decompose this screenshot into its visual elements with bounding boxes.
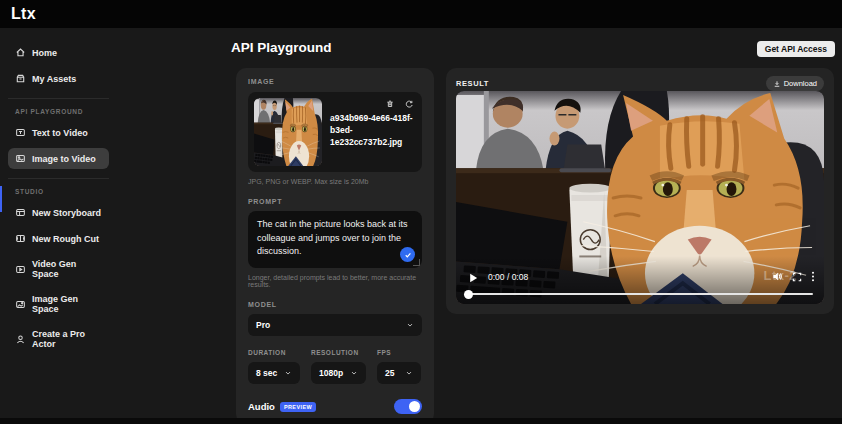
- volume-icon[interactable]: [772, 271, 783, 282]
- sidebar-item-new-rough-cut[interactable]: New Rough Cut: [8, 228, 109, 249]
- result-label: RESULT: [456, 79, 489, 88]
- more-options-icon[interactable]: [811, 271, 815, 282]
- sidebar-item-label: Image Gen Space: [32, 294, 102, 314]
- sidebar-item-text-to-video[interactable]: Text to Video: [8, 122, 109, 143]
- left-edge-accent: [0, 186, 2, 212]
- fps-select[interactable]: 25: [377, 362, 421, 384]
- image-filename: a934b969-4e66-418f-b3ed-1e232cc737b2.jpg: [330, 113, 416, 166]
- image-upload-card[interactable]: a934b969-4e66-418f-b3ed-1e232cc737b2.jpg: [248, 92, 422, 172]
- download-icon: [773, 80, 781, 88]
- audio-toggle[interactable]: [394, 399, 422, 414]
- chevron-down-icon: [405, 369, 413, 377]
- video-progress-track[interactable]: [467, 293, 813, 296]
- fps-field: FPS 25: [377, 349, 421, 384]
- replace-image-icon[interactable]: [404, 99, 414, 109]
- chevron-down-icon: [284, 369, 292, 377]
- result-panel: RESULT Download 0:00 / 0:08 Ltx-2: [446, 68, 834, 314]
- sidebar-item-image-to-video[interactable]: Image to Video: [8, 148, 109, 169]
- chevron-down-icon: [406, 321, 414, 329]
- video-player[interactable]: 0:00 / 0:08 Ltx-2: [456, 91, 824, 304]
- sidebar-section-studio: STUDIO: [15, 188, 200, 195]
- download-button[interactable]: Download: [766, 76, 824, 91]
- image-gen-icon: [15, 299, 26, 310]
- fps-label: FPS: [377, 349, 421, 356]
- sidebar-item-label: Text to Video: [32, 128, 88, 138]
- image-section-label: IMAGE: [248, 78, 422, 85]
- sidebar-item-label: New Storyboard: [32, 208, 101, 218]
- model-select[interactable]: Pro: [248, 314, 422, 336]
- sidebar-item-video-gen-space[interactable]: Video Gen Space: [8, 254, 109, 284]
- check-icon: [404, 251, 412, 259]
- home-icon: [15, 47, 26, 58]
- window-bottom-edge: [0, 418, 842, 424]
- prompt-hint: Longer, detailed prompts lead to better,…: [248, 274, 422, 288]
- sidebar-item-image-gen-space[interactable]: Image Gen Space: [8, 289, 109, 319]
- generation-form-panel: IMAGE a934b969-4e66-418f-b3ed-1e232cc737…: [236, 68, 434, 424]
- sidebar-section-api-playground: API PLAYGROUND: [15, 108, 200, 115]
- app-window: Ltx Home My Assets API PLAYGROUND Text t…: [0, 0, 842, 424]
- rough-cut-icon: [15, 233, 26, 244]
- audio-label: Audio: [248, 401, 275, 412]
- sidebar-item-label: New Rough Cut: [32, 234, 99, 244]
- chevron-down-icon: [350, 369, 358, 377]
- storyboard-icon: [15, 207, 26, 218]
- sidebar-divider: [8, 98, 109, 99]
- sidebar-item-label: Home: [32, 48, 57, 58]
- sidebar-item-my-assets[interactable]: My Assets: [8, 68, 109, 89]
- video-playhead[interactable]: [464, 290, 473, 299]
- delete-image-icon[interactable]: [385, 99, 395, 109]
- resolution-select[interactable]: 1080p: [311, 362, 366, 384]
- sidebar-item-label: Create a Pro Actor: [32, 329, 102, 349]
- prompt-input[interactable]: The cat in the picture looks back at its…: [248, 211, 422, 268]
- resolution-label: RESOLUTION: [311, 349, 366, 356]
- play-button[interactable]: [469, 273, 478, 283]
- image-format-hint: JPG, PNG or WEBP. Max size is 20Mb: [248, 178, 422, 185]
- sidebar-item-label: Video Gen Space: [32, 259, 102, 279]
- sidebar: Home My Assets API PLAYGROUND Text to Vi…: [0, 28, 215, 424]
- ltx-logo[interactable]: Ltx: [11, 5, 36, 23]
- fullscreen-icon[interactable]: [792, 272, 802, 282]
- top-bar: Ltx: [0, 0, 842, 28]
- sidebar-item-label: Image to Video: [32, 154, 96, 164]
- sidebar-item-home[interactable]: Home: [8, 42, 109, 63]
- sidebar-divider: [8, 178, 109, 179]
- video-time: 0:00 / 0:08: [488, 272, 528, 282]
- resize-handle[interactable]: [413, 259, 420, 266]
- toggle-knob: [409, 401, 420, 412]
- model-value: Pro: [256, 320, 270, 330]
- preview-badge: PREVIEW: [280, 402, 316, 412]
- duration-label: DURATION: [248, 349, 300, 356]
- fps-value: 25: [385, 368, 394, 378]
- image-thumbnail: [254, 98, 322, 166]
- audio-row: Audio PREVIEW: [248, 399, 422, 414]
- image-to-video-icon: [15, 153, 26, 164]
- sidebar-item-create-pro-actor[interactable]: Create a Pro Actor: [8, 324, 109, 354]
- model-section-label: MODEL: [248, 301, 422, 308]
- download-label: Download: [784, 79, 817, 88]
- text-to-video-icon: [15, 127, 26, 138]
- actor-icon: [15, 334, 26, 345]
- sidebar-item-new-storyboard[interactable]: New Storyboard: [8, 202, 109, 223]
- resolution-field: RESOLUTION 1080p: [311, 349, 366, 384]
- resolution-value: 1080p: [319, 368, 343, 378]
- sidebar-item-label: My Assets: [32, 74, 76, 84]
- duration-value: 8 sec: [256, 368, 277, 378]
- video-gen-icon: [15, 264, 26, 275]
- prompt-text: The cat in the picture looks back at its…: [257, 218, 413, 259]
- duration-field: DURATION 8 sec: [248, 349, 300, 384]
- get-api-access-button[interactable]: Get API Access: [757, 41, 835, 57]
- duration-select[interactable]: 8 sec: [248, 362, 300, 384]
- page-title: API Playground: [231, 40, 332, 55]
- assets-box-icon: [15, 73, 26, 84]
- prompt-section-label: PROMPT: [248, 198, 422, 205]
